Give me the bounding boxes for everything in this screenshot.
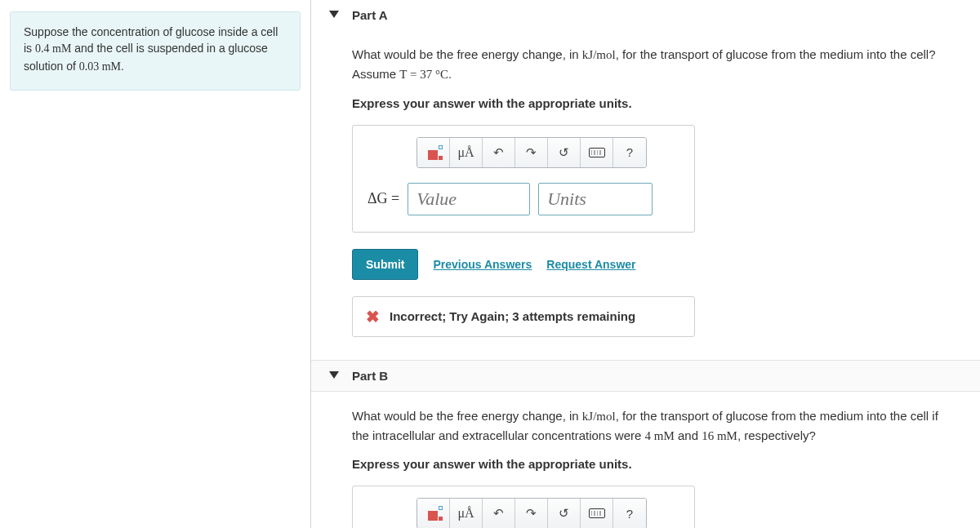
part-a-question: What would be the free energy change, in… (352, 45, 957, 85)
part-b-header[interactable]: Part B (311, 360, 980, 392)
equation-toolbar: μÅ ↶ ↷ ↺ ? (416, 137, 647, 168)
feedback-box: ✖ Incorrect; Try Again; 3 attempts remai… (352, 296, 695, 337)
keyboard-button[interactable] (581, 138, 613, 167)
part-b-title: Part B (352, 369, 388, 383)
q-temp: T = 37 °C (399, 68, 448, 81)
intro-c-out: 0.03 mM (79, 60, 121, 73)
part-b-answer-panel: μÅ ↶ ↷ ↺ ? ΔG = (352, 486, 695, 528)
reset-icon: ↺ (559, 506, 569, 521)
part-a-instruction: Express your answer with the appropriate… (352, 96, 957, 110)
chevron-down-icon[interactable] (329, 11, 339, 18)
equation-toolbar: μÅ ↶ ↷ ↺ ? (416, 498, 647, 528)
q-c-in: 4 mM (645, 429, 675, 442)
feedback-text: Incorrect; Try Again; 3 attempts remaini… (390, 309, 635, 323)
template-button[interactable] (417, 499, 450, 528)
redo-button[interactable]: ↷ (515, 499, 548, 528)
value-input[interactable] (408, 183, 530, 215)
q-text: What would be the free energy change, in (352, 409, 582, 423)
problem-intro: Suppose the concentration of glucose ins… (10, 11, 301, 91)
redo-icon: ↷ (526, 145, 537, 160)
q-text: and (675, 428, 702, 442)
template-button[interactable] (417, 138, 450, 167)
q-unit: kJ/mol (582, 48, 616, 61)
units-symbol-button[interactable]: μÅ (450, 499, 483, 528)
q-text: What would be the free energy change, in (352, 47, 582, 61)
help-button[interactable]: ? (613, 138, 646, 167)
incorrect-icon: ✖ (366, 308, 380, 325)
part-b-question: What would be the free energy change, in… (352, 406, 957, 446)
help-button[interactable]: ? (613, 499, 646, 528)
undo-button[interactable]: ↶ (483, 499, 515, 528)
part-a-answer-panel: μÅ ↶ ↷ ↺ ? ΔG = (352, 125, 695, 233)
intro-text: . (121, 60, 124, 73)
q-text: . (448, 67, 452, 81)
q-text: , respectively? (737, 428, 816, 442)
part-b-instruction: Express your answer with the appropriate… (352, 457, 957, 471)
keyboard-button[interactable] (581, 499, 613, 528)
delta-g-label: ΔG = (368, 190, 399, 207)
request-answer-link[interactable]: Request Answer (546, 258, 635, 271)
units-input[interactable] (538, 183, 653, 215)
q-unit: kJ/mol (582, 410, 616, 423)
q-c-out: 16 mM (702, 429, 737, 442)
undo-icon: ↶ (493, 145, 504, 160)
previous-answers-link[interactable]: Previous Answers (433, 258, 532, 271)
keyboard-icon (589, 148, 605, 158)
part-a-title: Part A (352, 8, 388, 22)
reset-button[interactable]: ↺ (548, 138, 581, 167)
submit-button[interactable]: Submit (352, 249, 418, 280)
undo-icon: ↶ (493, 506, 504, 521)
chevron-down-icon[interactable] (329, 371, 339, 379)
template-icon (425, 144, 443, 162)
intro-c-in: 0.4 mM (35, 42, 71, 55)
reset-icon: ↺ (559, 145, 569, 160)
undo-button[interactable]: ↶ (483, 138, 515, 167)
redo-button[interactable]: ↷ (515, 138, 548, 167)
units-symbol-button[interactable]: μÅ (450, 138, 483, 167)
redo-icon: ↷ (526, 506, 537, 521)
keyboard-icon (589, 508, 605, 518)
template-icon (425, 504, 443, 522)
part-a-header[interactable]: Part A (311, 0, 980, 30)
reset-button[interactable]: ↺ (548, 499, 581, 528)
